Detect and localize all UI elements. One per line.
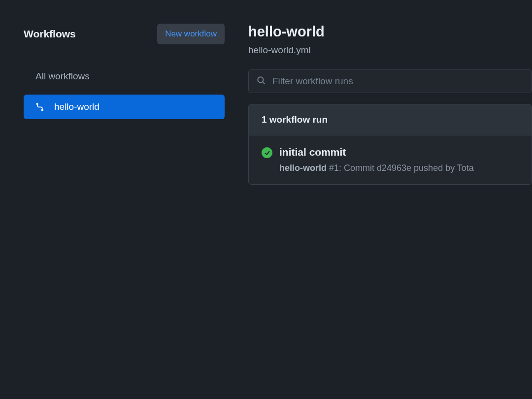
sidebar: Workflows New workflow All workflows hel… [24, 24, 225, 399]
svg-point-0 [258, 77, 263, 82]
run-meta-workflow: hello-world [279, 163, 327, 173]
run-title: initial commit [279, 146, 519, 158]
workflow-filename: hello-world.yml [248, 45, 532, 56]
main: hello-world hello-world.yml 1 workflow r… [248, 24, 532, 399]
sidebar-item-all-workflows[interactable]: All workflows [24, 64, 225, 89]
page-title: hello-world [248, 24, 532, 40]
status-success-icon [262, 147, 272, 158]
sidebar-item-label: hello-world [54, 101, 100, 112]
run-meta-text: #1: Commit d24963e pushed by Tota [327, 163, 474, 173]
run-row[interactable]: initial commit hello-world #1: Commit d2… [249, 135, 532, 184]
runs-header: 1 workflow run [249, 104, 532, 135]
filter-box[interactable] [248, 69, 532, 93]
sidebar-item-hello-world[interactable]: hello-world [24, 95, 225, 119]
workflow-icon [35, 102, 44, 111]
new-workflow-button[interactable]: New workflow [157, 24, 225, 44]
run-content: initial commit hello-world #1: Commit d2… [279, 146, 519, 173]
sidebar-item-label: All workflows [35, 71, 90, 82]
svg-line-1 [263, 82, 265, 84]
search-icon [257, 76, 266, 87]
filter-input[interactable] [272, 76, 524, 87]
sidebar-header: Workflows New workflow [24, 24, 225, 44]
sidebar-title: Workflows [24, 28, 76, 40]
run-meta: hello-world #1: Commit d24963e pushed by… [279, 163, 519, 173]
runs-card: 1 workflow run initial commit hello-worl… [248, 104, 532, 185]
